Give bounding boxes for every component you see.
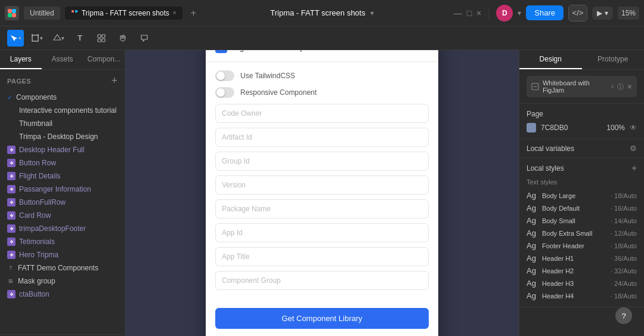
page-item-hero[interactable]: ❖ Hero Tripma — [0, 248, 125, 261]
group-id-input[interactable] — [215, 152, 429, 171]
add-tab-button[interactable]: + — [187, 7, 200, 20]
page-item-card-row[interactable]: ❖ Card Row — [0, 209, 125, 222]
style-item-body-extra-small[interactable]: Ag Body Extra Small · 12/Auto — [527, 227, 637, 239]
responsive-toggle-row: Responsive Component — [215, 87, 429, 98]
text-styles-label: Text styles — [527, 178, 637, 186]
page-item-desktop-header[interactable]: ❖ Desktop Header Full — [0, 143, 125, 156]
style-ag-icon: Ag — [527, 241, 537, 250]
page-item-mask-group[interactable]: ⊞ Mask group — [0, 275, 125, 288]
app-title-input[interactable] — [215, 247, 429, 266]
style-item-body-default[interactable]: Ag Body Default · 16/Auto — [527, 202, 637, 214]
page-item-thumbnail[interactable]: Thumbnail — [0, 117, 125, 130]
page-item-passanger[interactable]: ❖ Passanger Information — [0, 183, 125, 196]
get-component-library-button[interactable]: Get Component Library — [215, 308, 429, 329]
local-styles-title: Local styles — [527, 164, 564, 172]
help-button[interactable]: ? — [615, 307, 632, 324]
page-item-label: Components — [16, 93, 57, 101]
package-name-input[interactable] — [215, 199, 429, 218]
app-id-input[interactable] — [215, 223, 429, 242]
window-minimize-icon[interactable]: — — [454, 8, 462, 18]
zoom-level[interactable]: 15% — [618, 7, 639, 20]
tab-close-icon[interactable]: × — [173, 10, 177, 16]
code-owner-input[interactable] — [215, 104, 429, 123]
style-item-header-h4[interactable]: Ag Header H4 · 18/Auto — [527, 289, 637, 302]
window-restore-icon[interactable]: □ — [467, 8, 472, 18]
components-tool[interactable] — [93, 30, 110, 47]
page-item-cta-button[interactable]: ❖ ctaButton — [0, 288, 125, 301]
modal-close-button[interactable]: × — [422, 50, 429, 53]
whiteboard-link[interactable]: Whiteboard with FigJam › ⓘ × — [527, 76, 637, 97]
page-item-fatt-demo[interactable]: T FATT Demo Components — [0, 261, 125, 275]
tab-components[interactable]: Compon... — [83, 50, 125, 69]
page-item-button-row[interactable]: ❖ Button Row — [0, 156, 125, 169]
page-item-label: Card Row — [19, 211, 51, 220]
responsive-toggle[interactable] — [215, 87, 234, 98]
version-input[interactable] — [215, 175, 429, 195]
style-item-header-h1[interactable]: Ag Header H1 · 36/Auto — [527, 252, 637, 264]
page-item-buttonfullrow[interactable]: ❖ ButtonFullRow — [0, 196, 125, 209]
tab-untitled[interactable]: Untitled — [24, 7, 60, 20]
top-bar-center: Tripma - FATT screen shots ▾ — [270, 8, 373, 17]
tab-layers[interactable]: Layers — [0, 50, 42, 69]
select-tool[interactable]: ▾ — [7, 30, 24, 47]
share-button[interactable]: Share — [526, 5, 564, 20]
frame-tool[interactable]: ▾ — [29, 30, 45, 47]
page-item-label: Thumbnail — [19, 119, 52, 128]
hand-tool[interactable] — [114, 30, 131, 47]
comment-tool[interactable] — [136, 30, 153, 47]
local-styles-section: Local styles + Text styles Ag Body Large… — [519, 158, 644, 307]
style-size: · 32/Auto — [611, 267, 637, 275]
add-style-button[interactable]: + — [631, 163, 637, 174]
comp-icon: ❖ — [7, 224, 16, 233]
page-title: Tripma - FATT screen shots — [270, 8, 365, 17]
right-panel-tabs: Design Prototype — [519, 50, 644, 70]
tool-group-select: ▾ ▾ ▾ T — [7, 30, 153, 47]
text-tool[interactable]: T — [72, 30, 88, 47]
whiteboard-close-icon[interactable]: × — [627, 82, 632, 91]
artifact-id-input[interactable] — [215, 128, 429, 147]
window-close-icon[interactable]: × — [476, 8, 481, 18]
comp-icon: ❖ — [7, 290, 16, 298]
page-item-label: ctaButton — [19, 290, 49, 298]
add-page-button[interactable]: + — [111, 75, 117, 87]
modal-overlay: F Figma To AEM Template Transformer × Us… — [125, 50, 519, 336]
style-item-header-h2[interactable]: Ag Header H2 · 32/Auto — [527, 264, 637, 277]
code-button[interactable]: </> — [568, 5, 587, 21]
style-item-footer-header[interactable]: Ag Footer Header · 18/Auto — [527, 239, 637, 252]
component-group-input[interactable] — [215, 271, 429, 290]
tab-fatt[interactable]: Tripma - FATT screen shots × — [65, 7, 182, 20]
style-name: Header H1 — [542, 255, 606, 262]
page-item-desktop-design[interactable]: Trimpa - Desktop Design — [0, 130, 125, 143]
style-item-body-large[interactable]: Ag Body Large · 18/Auto — [527, 189, 637, 202]
tailwind-toggle-row: Use TailwindCSS — [215, 70, 429, 81]
page-color-swatch[interactable] — [527, 123, 536, 132]
tailwind-toggle[interactable] — [215, 70, 234, 81]
comp-icon: ❖ — [7, 238, 16, 246]
whiteboard-label: Whiteboard with FigJam — [543, 79, 608, 94]
page-item-components[interactable]: ✓ Components — [0, 91, 125, 104]
page-section: Page 7C8DB0 100% 👁 — [519, 104, 644, 139]
page-item-tetimonials[interactable]: ❖ Tetimonials — [0, 235, 125, 248]
page-item-label: Button Row — [19, 159, 56, 167]
style-item-header-h3[interactable]: Ag Header H3 · 24/Auto — [527, 277, 637, 289]
info-icon[interactable]: ⓘ — [617, 82, 624, 91]
tab-assets[interactable]: Assets — [42, 50, 83, 69]
page-item-interactive[interactable]: Interactive components tutorial — [0, 104, 125, 117]
local-variables-label: Local variables — [527, 144, 574, 153]
visibility-icon[interactable]: 👁 — [630, 124, 637, 132]
page-item-footer[interactable]: ❖ trimpaDesktopFooter — [0, 222, 125, 235]
page-item-flight-details[interactable]: ❖ Flight Details — [0, 169, 125, 183]
title-chevron-icon[interactable]: ▾ — [370, 9, 374, 17]
modal-header: F Figma To AEM Template Transformer × — [206, 50, 438, 62]
style-name: Body Default — [542, 205, 606, 212]
avatar-chevron-icon[interactable]: ▾ — [518, 9, 521, 17]
canvas: F Figma To AEM Template Transformer × Us… — [125, 50, 519, 336]
style-ag-icon: Ag — [527, 204, 537, 212]
local-variables-icon[interactable]: ⚙ — [630, 144, 637, 153]
shape-tool[interactable]: ▾ — [50, 30, 67, 47]
style-item-body-small[interactable]: Ag Body Small · 14/Auto — [527, 214, 637, 227]
tab-design[interactable]: Design — [519, 50, 582, 69]
play-button[interactable]: ▶ ▾ — [592, 7, 613, 20]
tab-prototype[interactable]: Prototype — [582, 50, 645, 69]
style-size: · 24/Auto — [611, 280, 637, 287]
